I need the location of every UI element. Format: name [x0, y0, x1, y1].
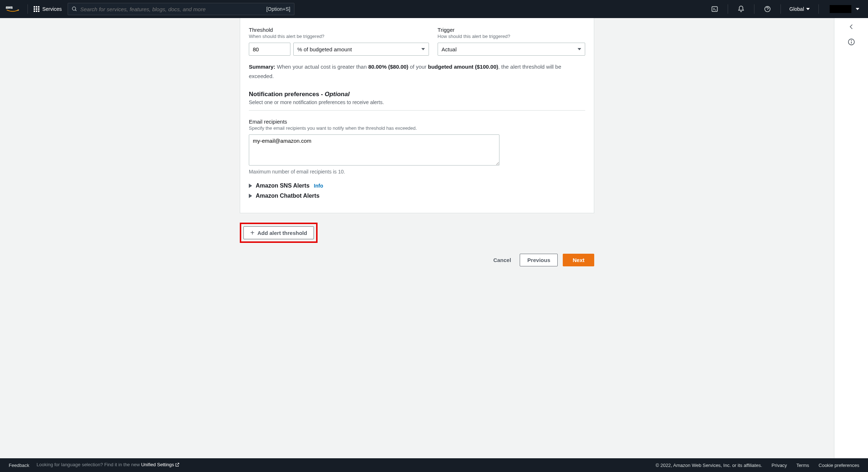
divider — [249, 110, 585, 111]
sns-alerts-expander[interactable]: Amazon SNS Alerts Info — [249, 183, 585, 189]
search-icon — [72, 6, 77, 12]
triangle-right-icon — [249, 184, 252, 188]
caret-down-icon — [806, 8, 810, 10]
trigger-value: Actual — [442, 46, 457, 52]
search-hotkey: [Option+S] — [266, 6, 290, 12]
triangle-right-icon — [249, 194, 252, 198]
region-label: Global — [790, 6, 804, 12]
sns-alerts-label: Amazon SNS Alerts — [256, 183, 310, 189]
alert-config-panel: Threshold When should this alert be trig… — [240, 18, 594, 213]
threshold-unit-select[interactable]: % of budgeted amount — [293, 43, 429, 56]
chatbot-alerts-label: Amazon Chatbot Alerts — [256, 193, 319, 199]
info-icon[interactable] — [847, 38, 855, 47]
top-nav: aws Services [Option+S] Global — [0, 0, 868, 18]
grid-icon — [34, 6, 39, 12]
account-redacted — [830, 5, 851, 13]
search-box[interactable]: [Option+S] — [68, 3, 294, 15]
wizard-actions: Cancel Previous Next — [240, 254, 594, 266]
feedback-link[interactable]: Feedback — [9, 463, 29, 468]
add-alert-threshold-label: Add alert threshold — [258, 230, 307, 236]
next-button[interactable]: Next — [563, 254, 594, 266]
copyright: © 2022, Amazon Web Services, Inc. or its… — [656, 463, 762, 468]
trigger-label: Trigger — [438, 27, 585, 33]
cookie-preferences-link[interactable]: Cookie preferences — [818, 463, 859, 468]
caret-down-icon — [856, 8, 859, 10]
email-label: Email recipients — [249, 119, 585, 125]
notifications-icon[interactable] — [734, 0, 748, 18]
svg-point-7 — [851, 40, 851, 40]
account-menu[interactable] — [825, 5, 862, 13]
threshold-label: Threshold — [249, 27, 429, 33]
caret-down-icon — [421, 48, 425, 50]
notification-section-sub: Select one or more notification preferen… — [249, 99, 585, 105]
terms-link[interactable]: Terms — [796, 463, 809, 468]
email-hint: Maximum number of email recipients is 10… — [249, 169, 585, 175]
svg-point-1 — [72, 7, 76, 10]
add-alert-threshold-button[interactable]: + Add alert threshold — [243, 226, 314, 239]
trigger-select[interactable]: Actual — [438, 43, 585, 56]
previous-button[interactable]: Previous — [520, 254, 558, 266]
aws-logo[interactable]: aws — [6, 5, 20, 13]
help-panel-rail — [834, 18, 868, 458]
add-threshold-highlight: + Add alert threshold — [240, 223, 318, 243]
chatbot-alerts-expander[interactable]: Amazon Chatbot Alerts — [249, 193, 585, 199]
email-sublabel: Specify the email recipients you want to… — [249, 125, 585, 131]
email-recipients-input[interactable] — [249, 134, 499, 166]
region-selector[interactable]: Global — [787, 6, 813, 12]
divider — [27, 4, 28, 14]
threshold-value-input[interactable] — [249, 43, 290, 56]
svg-text:aws: aws — [6, 5, 13, 9]
info-link[interactable]: Info — [314, 183, 323, 189]
caret-down-icon — [578, 48, 581, 50]
svg-line-2 — [75, 10, 76, 11]
unified-settings-link[interactable]: Unified Settings — [141, 462, 180, 467]
notification-section-title: Notification preferences - Optional — [249, 91, 585, 98]
help-icon[interactable] — [760, 0, 775, 18]
services-menu[interactable]: Services — [34, 6, 62, 12]
cloudshell-icon[interactable] — [707, 0, 722, 18]
services-label: Services — [42, 6, 62, 12]
external-link-icon — [175, 462, 180, 468]
language-prompt: Looking for language selection? Find it … — [37, 462, 180, 468]
search-input[interactable] — [80, 6, 263, 12]
threshold-unit-value: % of budgeted amount — [297, 46, 352, 52]
privacy-link[interactable]: Privacy — [771, 463, 787, 468]
summary-text: Summary: When your actual cost is greate… — [249, 62, 585, 81]
trigger-sublabel: How should this alert be triggered? — [438, 34, 585, 39]
threshold-sublabel: When should this alert be triggered? — [249, 34, 429, 39]
plus-icon: + — [250, 229, 255, 236]
cancel-button[interactable]: Cancel — [490, 254, 515, 266]
collapse-help-icon[interactable] — [848, 23, 855, 31]
footer-bar: Feedback Looking for language selection?… — [0, 458, 868, 472]
